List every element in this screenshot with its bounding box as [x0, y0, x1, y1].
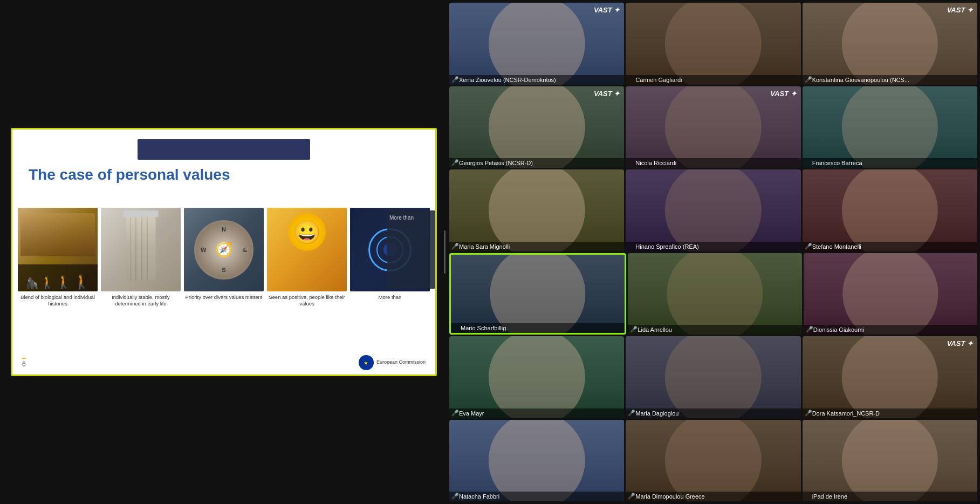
- face-p18: [842, 420, 938, 502]
- divider: [442, 0, 447, 504]
- video-row-4: Mario Scharfbillig 🎤 Lida Arnellou 🎤 Dio…: [449, 253, 977, 335]
- video-tile-p6: Francesco Barreca: [803, 86, 977, 168]
- video-tile-p11: 🎤 Lida Arnellou: [628, 253, 801, 335]
- video-row-6: 🎤 Natacha Fabbri 🎤 Maria Dimopoulou Gree…: [449, 420, 977, 502]
- video-row-3: 🎤 Maria Sara Mignolli Hinano Spreafico (…: [449, 169, 977, 251]
- face-p17: [665, 420, 761, 502]
- video-row-5: 🎤 Eva Mayr 🎤 Maria Dagioglou VAST ✦ 🎤 Do…: [449, 336, 977, 418]
- face-p11: [667, 253, 763, 335]
- slide-footer: 6 ★ European Commission: [22, 355, 426, 370]
- dark-box-text: More than: [387, 210, 435, 225]
- participant-name-p8: Hinano Spreafico (REA): [626, 242, 800, 251]
- face-p3: [842, 3, 938, 85]
- participant-name-p12: 🎤 Dionissia Giakoumi: [804, 325, 977, 335]
- video-tile-p1: VAST ✦ 🎤 Xenia Ziouvelou (NCSR-Demokrito…: [449, 3, 624, 85]
- participant-name-p16: 🎤 Natacha Fabbri: [449, 492, 624, 501]
- ec-logo-area: ★ European Commission: [359, 355, 426, 370]
- slide-images-row: 🦍 🚶 🚶 🚶 N: [18, 208, 430, 291]
- video-tile-p5: VAST ✦ Nicola Ricciardi: [626, 86, 800, 168]
- participant-name-p18: iPad de Irène: [803, 492, 977, 501]
- presentation-slide: The case of personal values 🦍 🚶 🚶 �: [11, 128, 437, 376]
- video-tile-p14: 🎤 Maria Dagioglou: [626, 336, 800, 418]
- participant-name-p3: 🎤 Konstantina Giouvanopoulou (NCS...: [803, 75, 977, 85]
- face-p16: [489, 420, 585, 502]
- slide-page-number: 6: [22, 358, 26, 368]
- ec-label: European Commission: [376, 359, 426, 366]
- video-tile-p16: 🎤 Natacha Fabbri: [449, 420, 624, 502]
- face-p15: [842, 336, 938, 418]
- slide-area: The case of personal values 🦍 🚶 🚶 �: [0, 0, 442, 504]
- video-tile-p18: iPad de Irène: [803, 420, 977, 502]
- participant-name-p9: 🎤 Stefano Montanelli: [803, 242, 977, 251]
- vast-logo-p5: VAST ✦: [770, 90, 796, 98]
- slide-header-bar: [138, 139, 310, 160]
- main-container: The case of personal values 🦍 🚶 🚶 �: [0, 0, 980, 504]
- video-tile-p10: Mario Scharfbillig: [449, 253, 626, 335]
- slide-image-2: [101, 208, 181, 291]
- emoji-face: 😀: [288, 213, 326, 251]
- video-tile-p2: Carmen Gagliardi: [626, 3, 800, 85]
- caption-5: More than: [350, 294, 430, 308]
- participant-name-p13: 🎤 Eva Mayr: [449, 408, 624, 418]
- participant-name-p6: Francesco Barreca: [803, 158, 977, 168]
- video-tile-p15: VAST ✦ 🎤 Dora Katsamori_NCSR-D: [803, 336, 977, 418]
- caption-1: Blend of biological and individual histo…: [18, 294, 98, 308]
- face-p9: [842, 169, 938, 251]
- participant-name-p17: 🎤 Maria Dimopoulou Greece: [626, 492, 800, 501]
- participant-name-p1: 🎤 Xenia Ziouvelou (NCSR-Demokritos): [449, 75, 624, 85]
- vast-logo: VAST ✦: [594, 6, 620, 14]
- face-p8: [665, 169, 761, 251]
- video-tile-p17: 🎤 Maria Dimopoulou Greece: [626, 420, 800, 502]
- video-tile-p13: 🎤 Eva Mayr: [449, 336, 624, 418]
- participant-name-p10: Mario Scharfbillig: [451, 323, 625, 333]
- face-p1: [489, 3, 585, 85]
- video-tile-p8: Hinano Spreafico (REA): [626, 169, 800, 251]
- video-tile-p9: 🎤 Stefano Montanelli: [803, 169, 977, 251]
- face-p14: [665, 336, 761, 418]
- video-tile-p4: VAST ✦ 🎤 Georgios Petasis (NCSR-D): [449, 86, 624, 168]
- caption-2: Individually stable, mostly determined i…: [101, 294, 181, 308]
- video-row-1: VAST ✦ 🎤 Xenia Ziouvelou (NCSR-Demokrito…: [449, 3, 977, 85]
- participant-name-p2: Carmen Gagliardi: [626, 75, 800, 85]
- participant-name-p15: 🎤 Dora Katsamori_NCSR-D: [803, 408, 977, 418]
- divider-line: [444, 230, 446, 274]
- participant-name-p11: 🎤 Lida Arnellou: [628, 325, 801, 335]
- face-p2: [665, 3, 761, 85]
- face-p4: [489, 86, 585, 168]
- slide-title: The case of personal values: [29, 166, 230, 183]
- video-tile-p12: 🎤 Dionissia Giakoumi: [804, 253, 977, 335]
- face-p13: [489, 336, 585, 418]
- vast-logo-p4: VAST ✦: [594, 90, 620, 98]
- video-tile-p7: 🎤 Maria Sara Mignolli: [449, 169, 624, 251]
- vast-logo-p3: VAST ✦: [947, 6, 973, 14]
- slide-image-3: N S W E 🧭: [184, 208, 264, 291]
- video-row-2: VAST ✦ 🎤 Georgios Petasis (NCSR-D) VAST …: [449, 86, 977, 168]
- vast-logo-p15: VAST ✦: [947, 339, 973, 348]
- participant-name-p7: 🎤 Maria Sara Mignolli: [449, 242, 624, 251]
- slide-image-4: 😀: [267, 208, 347, 291]
- slide-image-1: 🦍 🚶 🚶 🚶: [18, 208, 98, 291]
- caption-3: Priority over divers values matters: [184, 294, 264, 308]
- slide-dark-overlay: More than: [387, 210, 435, 289]
- participant-name-p4: 🎤 Georgios Petasis (NCSR-D): [449, 158, 624, 168]
- slide-captions-row: Blend of biological and individual histo…: [18, 294, 430, 308]
- video-tile-p3: VAST ✦ 🎤 Konstantina Giouvanopoulou (NCS…: [803, 3, 977, 85]
- caption-4: Seen as positive, people like their valu…: [267, 294, 347, 308]
- participant-name-p5: Nicola Ricciardi: [626, 158, 800, 168]
- participant-name-p14: 🎤 Maria Dagioglou: [626, 408, 800, 418]
- face-p12: [842, 253, 938, 335]
- video-grid-area: VAST ✦ 🎤 Xenia Ziouvelou (NCSR-Demokrito…: [447, 0, 980, 504]
- face-p6: [842, 86, 938, 168]
- face-p10: [490, 253, 586, 335]
- ec-logo-circle: ★: [359, 355, 374, 370]
- mic-indicator-p1: 🎤: [451, 76, 459, 83]
- face-p7: [489, 169, 585, 251]
- face-p5: [665, 86, 761, 168]
